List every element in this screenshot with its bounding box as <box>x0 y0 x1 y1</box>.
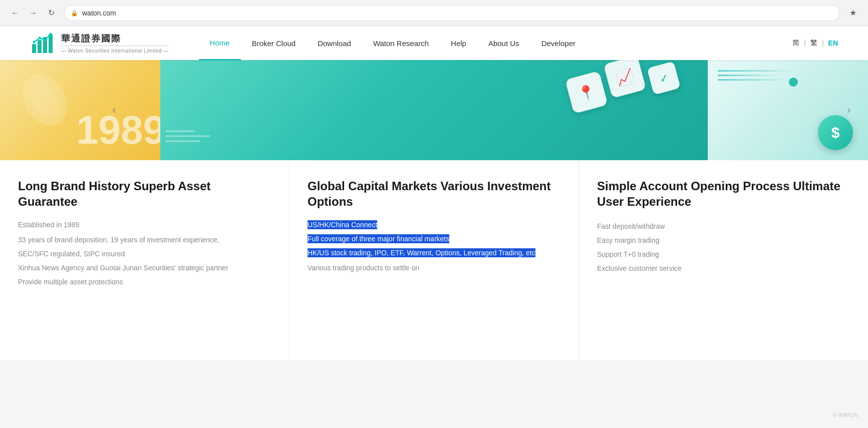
account-feature-2: Easy margin trading <box>597 233 850 247</box>
language-switcher: 简 ｜ 繁 ｜ EN <box>792 39 838 48</box>
browser-chrome: ← → ↻ 🔒 waton.com ★ <box>0 0 868 26</box>
feature-card-brand-history: Long Brand History Superb Asset Guarante… <box>0 160 290 360</box>
svg-rect-13 <box>165 140 200 142</box>
cards-section: Long Brand History Superb Asset Guarante… <box>0 160 868 360</box>
brand-line-4: Xinhua News Agency and Guotai Junan Secu… <box>18 262 271 274</box>
lang-simplified[interactable]: 简 <box>792 39 799 48</box>
forward-button[interactable]: → <box>26 6 40 20</box>
card-check-icon: ✓ <box>647 61 681 95</box>
carousel-section: 1989 📍 📈 ✓ <box>0 60 868 160</box>
logo-chinese-text: 華通證券國際 <box>61 33 169 45</box>
lang-traditional[interactable]: 繁 <box>810 39 817 48</box>
brand-line-2: 33 years of brand deposition, 19 years o… <box>18 234 271 246</box>
highlight-us-hk: US/HK/China Connect <box>308 220 377 229</box>
svg-rect-12 <box>165 135 210 137</box>
teal-deco <box>160 120 260 160</box>
security-icon: 🔒 <box>71 10 78 17</box>
site-header: 華通證券國際 — Waton Securities International … <box>0 26 868 60</box>
nav-item-about-us[interactable]: About Us <box>477 26 530 60</box>
markets-highlight-2: Full coverage of three major financial m… <box>308 233 560 245</box>
float-cards: 📍 📈 ✓ <box>565 60 681 116</box>
card-title-brand: Long Brand History Superb Asset Guarante… <box>18 178 271 209</box>
svg-point-8 <box>50 33 52 36</box>
svg-rect-11 <box>165 130 195 132</box>
main-nav: Home Broker Cloud Download Waton Researc… <box>199 26 792 60</box>
card-chart-icon: 📈 <box>604 60 647 98</box>
carousel-track: 1989 📍 📈 ✓ <box>0 60 868 160</box>
feature-card-global-markets: Global Capital Markets Various Investmen… <box>290 160 579 360</box>
reload-button[interactable]: ↻ <box>44 6 58 20</box>
lang-divider-1: ｜ <box>801 39 808 48</box>
leaf-decoration <box>15 70 75 130</box>
next-arrow-icon: › <box>847 104 850 117</box>
nav-item-home[interactable]: Home <box>199 26 241 60</box>
logo-english-text: — Waton Securities International Limited… <box>61 48 169 54</box>
card-desc-brand: Established in 1989 33 years of brand de… <box>18 219 271 288</box>
logo-area: 華通證券國際 — Waton Securities International … <box>30 30 169 56</box>
markets-plain-text: Various trading products to settle on <box>308 262 560 274</box>
account-feature-1: Fast deposit/withdraw <box>597 219 850 233</box>
svg-point-5 <box>33 41 36 44</box>
carousel-next-button[interactable]: › <box>840 101 858 119</box>
svg-rect-1 <box>32 44 36 53</box>
prev-arrow-icon: ‹ <box>112 104 116 117</box>
svg-rect-2 <box>38 40 42 53</box>
logo-divider <box>61 46 169 46</box>
address-bar[interactable]: 🔒 waton.com <box>64 5 840 21</box>
nav-item-waton-research[interactable]: Waton Research <box>362 26 440 60</box>
account-feature-4: Exclusive customer service <box>597 261 850 275</box>
lang-english[interactable]: EN <box>828 39 838 47</box>
dollar-coin: $ <box>818 115 853 150</box>
svg-point-6 <box>39 37 41 40</box>
carousel-prev-button[interactable]: ‹ <box>105 101 123 119</box>
markets-highlight-3: HK/US stock trading, IPO, ETF, Warrent, … <box>308 247 560 259</box>
nav-item-help[interactable]: Help <box>440 26 477 60</box>
logo-text-area: 華通證券國際 — Waton Securities International … <box>61 33 169 54</box>
card-desc-markets: US/HK/China Connect Full coverage of thr… <box>308 219 560 274</box>
back-button[interactable]: ← <box>8 6 22 20</box>
nav-item-download[interactable]: Download <box>307 26 362 60</box>
nav-item-developer[interactable]: Developer <box>530 26 587 60</box>
deco-lines <box>718 70 818 110</box>
deco-ball <box>789 78 798 87</box>
website: 華通證券國際 — Waton Securities International … <box>0 26 868 360</box>
card-title-markets: Global Capital Markets Various Investmen… <box>308 178 560 209</box>
lang-divider-2: ｜ <box>819 39 826 48</box>
card-list-account: Fast deposit/withdraw Easy margin tradin… <box>597 219 850 275</box>
browser-nav-buttons: ← → ↻ <box>8 6 58 20</box>
bookmark-button[interactable]: ★ <box>846 6 860 20</box>
markets-highlight-1: US/HK/China Connect <box>308 219 560 231</box>
account-feature-3: Support T+0 trading <box>597 247 850 261</box>
highlight-coverage: Full coverage of three major financial m… <box>308 234 449 243</box>
bookmark-icon: ★ <box>849 8 856 18</box>
highlight-trading: HK/US stock trading, IPO, ETF, Warrent, … <box>308 248 535 257</box>
deco-line-1 <box>718 70 798 72</box>
brand-line-3: SEC/SFC regulated, SIPC insured <box>18 248 271 260</box>
svg-rect-4 <box>49 34 53 53</box>
deco-line-2 <box>718 75 778 76</box>
deco-line-3 <box>718 79 788 81</box>
nav-item-broker-cloud[interactable]: Broker Cloud <box>241 26 307 60</box>
card-title-account: Simple Account Opening Process Ultimate … <box>597 178 850 209</box>
brand-line-1: Established in 1989 <box>18 219 271 231</box>
url-text: waton.com <box>82 9 116 17</box>
brand-line-5: Provide multiple asset protections <box>18 276 271 288</box>
card-location-icon: 📍 <box>565 71 608 114</box>
carousel-slide-1: 1989 <box>0 60 160 160</box>
feature-card-account: Simple Account Opening Process Ultimate … <box>579 160 868 360</box>
svg-point-7 <box>44 39 47 42</box>
logo-icon <box>30 30 56 56</box>
carousel-slide-2: 📍 📈 ✓ <box>160 60 708 160</box>
